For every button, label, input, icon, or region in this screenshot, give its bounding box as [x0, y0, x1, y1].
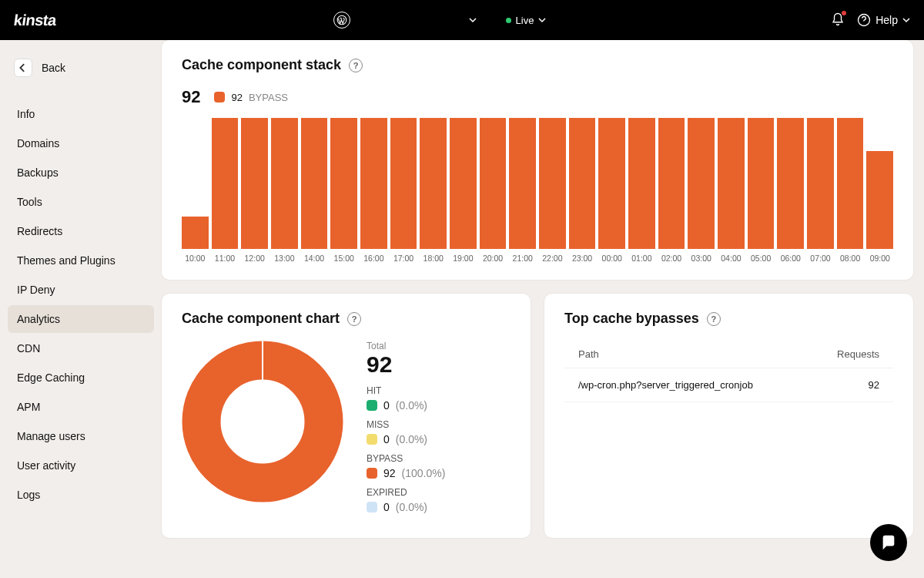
- bar[interactable]: [480, 118, 507, 249]
- bar-column: 02:00: [658, 118, 685, 263]
- sidebar-item-backups[interactable]: Backups: [8, 159, 154, 187]
- sidebar-item-apm[interactable]: APM: [8, 393, 154, 421]
- sidebar-item-tools[interactable]: Tools: [8, 188, 154, 216]
- table-row[interactable]: /wp-cron.php?server_triggered_cronjob92: [564, 368, 893, 402]
- legend-value: 0: [383, 433, 390, 445]
- arrow-left-icon: [14, 59, 32, 77]
- legend-pct: (100.0%): [402, 467, 446, 479]
- bar-column: 15:00: [330, 118, 357, 263]
- sidebar-item-edge-caching[interactable]: Edge Caching: [8, 364, 154, 391]
- bar[interactable]: [301, 118, 328, 249]
- bar-column: 06:00: [777, 118, 804, 263]
- bar[interactable]: [837, 118, 864, 249]
- brand-logo[interactable]: kinsta: [14, 12, 56, 29]
- legend-color-icon: [367, 502, 377, 512]
- cache-stack-card: Cache component stack ? 92 92 BYPASS 10:…: [162, 40, 913, 280]
- topbar-right: Help: [831, 12, 910, 29]
- bar[interactable]: [748, 118, 775, 249]
- bar-column: 20:00: [480, 118, 507, 263]
- bar-column: 18:00: [420, 118, 447, 263]
- table-header: Path Requests: [564, 341, 893, 368]
- bar[interactable]: [688, 118, 715, 249]
- bar[interactable]: [569, 118, 596, 249]
- notifications-button[interactable]: [831, 12, 845, 29]
- chat-button[interactable]: [870, 524, 907, 561]
- sidebar-item-redirects[interactable]: Redirects: [8, 217, 154, 245]
- help-icon[interactable]: ?: [707, 312, 721, 326]
- environment-selector[interactable]: Live: [498, 10, 554, 31]
- bar-label: 20:00: [483, 254, 503, 263]
- legend-color-icon: [367, 468, 377, 479]
- bar[interactable]: [212, 118, 239, 249]
- bar[interactable]: [777, 118, 804, 249]
- stack-total: 92: [182, 87, 200, 107]
- bar[interactable]: [420, 118, 447, 249]
- sidebar-item-cdn[interactable]: CDN: [8, 334, 154, 362]
- bar[interactable]: [658, 118, 685, 249]
- sidebar-item-manage-users[interactable]: Manage users: [8, 422, 154, 450]
- legend-color-icon: [214, 92, 225, 102]
- bar-column: 23:00: [569, 118, 596, 263]
- bar[interactable]: [539, 118, 566, 249]
- donut-legend: Total 92 HIT0(0.0%)MISS0(0.0%)BYPASS92(1…: [367, 341, 511, 521]
- bar-label: 04:00: [721, 254, 741, 263]
- legend-name: HIT: [367, 385, 511, 396]
- legend-item-hit: HIT0(0.0%): [367, 385, 511, 412]
- bar-label: 07:00: [810, 254, 830, 263]
- help-menu[interactable]: Help: [857, 13, 910, 27]
- bar-label: 23:00: [572, 254, 592, 263]
- sidebar-item-domains[interactable]: Domains: [8, 129, 154, 157]
- cell-requests: 92: [869, 379, 879, 391]
- bar[interactable]: [628, 118, 655, 249]
- bar[interactable]: [182, 217, 209, 250]
- wordpress-icon[interactable]: [333, 12, 350, 29]
- help-icon[interactable]: ?: [349, 59, 363, 72]
- back-button[interactable]: Back: [8, 54, 154, 82]
- bar-label: 05:00: [751, 254, 771, 263]
- bar[interactable]: [866, 151, 893, 250]
- sidebar-item-ip-deny[interactable]: IP Deny: [8, 276, 154, 304]
- bar[interactable]: [718, 118, 745, 249]
- legend-item-miss: MISS0(0.0%): [367, 419, 511, 445]
- bar-label: 03:00: [691, 254, 711, 263]
- bar[interactable]: [271, 118, 298, 249]
- bar-label: 13:00: [274, 254, 294, 263]
- cache-component-chart-card: Cache component chart ? Total 92 HIT0(0.…: [162, 294, 531, 538]
- top-cache-bypasses-card: Top cache bypasses ? Path Requests /wp-c…: [544, 294, 913, 538]
- bar-column: 09:00: [866, 151, 893, 264]
- bar[interactable]: [807, 118, 834, 249]
- chat-icon: [880, 534, 897, 551]
- help-icon[interactable]: ?: [347, 312, 361, 326]
- legend-item-expired: EXPIRED0(0.0%): [367, 487, 511, 513]
- chevron-down-icon: [902, 16, 910, 24]
- topbar-center: Live: [56, 10, 831, 31]
- bar[interactable]: [450, 118, 477, 249]
- bar-label: 00:00: [602, 254, 622, 263]
- card-title: Top cache bypasses ?: [564, 311, 893, 327]
- bar[interactable]: [390, 118, 417, 249]
- bar-label: 14:00: [304, 254, 324, 263]
- bar-label: 09:00: [870, 254, 890, 263]
- sidebar-item-themes-and-plugins[interactable]: Themes and Plugins: [8, 247, 154, 274]
- bar-label: 16:00: [363, 254, 383, 263]
- sidebar-item-info[interactable]: Info: [8, 100, 154, 128]
- legend-value: 92: [383, 467, 396, 479]
- bar[interactable]: [509, 118, 536, 249]
- sidebar-item-analytics[interactable]: Analytics: [8, 305, 154, 333]
- bar-label: 21:00: [513, 254, 533, 263]
- legend-name: EXPIRED: [367, 487, 511, 498]
- bar-label: 17:00: [393, 254, 413, 263]
- bar[interactable]: [598, 118, 625, 249]
- site-selector[interactable]: [364, 12, 484, 29]
- back-label: Back: [42, 62, 65, 74]
- sidebar-item-logs[interactable]: Logs: [8, 481, 154, 509]
- bar[interactable]: [241, 118, 268, 249]
- notification-dot-icon: [842, 11, 846, 15]
- card-title: Cache component stack ?: [182, 57, 893, 73]
- sidebar-item-user-activity[interactable]: User activity: [8, 452, 154, 479]
- bar-column: 19:00: [450, 118, 477, 263]
- bar-column: 13:00: [271, 118, 298, 263]
- bar[interactable]: [330, 118, 357, 249]
- bar[interactable]: [360, 118, 387, 249]
- legend-item-bypass: BYPASS92(100.0%): [367, 453, 511, 479]
